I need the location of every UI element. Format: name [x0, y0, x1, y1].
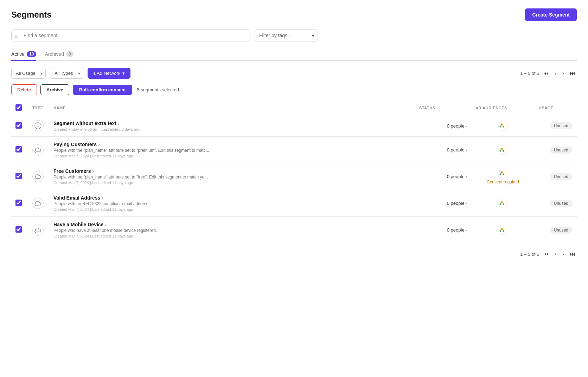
types-filter-select[interactable]: All Types User Event	[50, 68, 83, 79]
segment-name[interactable]: Segment without extra text ›	[53, 121, 411, 126]
row-checkbox-cell	[11, 137, 28, 163]
table-row: Paying Customers › People with the "plan…	[11, 137, 577, 163]
row-status[interactable]: 0 people ›	[415, 137, 471, 163]
row-name-cell: Free Customers › People with the "plan_n…	[49, 163, 415, 190]
segment-name[interactable]: Have a Mobile Device ›	[53, 222, 411, 227]
bottom-last-page-button[interactable]: ⏭	[568, 250, 577, 258]
first-page-button[interactable]: ⏮	[542, 70, 550, 77]
segment-name-arrow: ›	[102, 195, 103, 201]
archive-button[interactable]: Archive	[40, 84, 69, 95]
row-ad-audiences	[471, 190, 535, 217]
segment-desc: People who have at least one mobile devi…	[53, 228, 411, 233]
row-usage: Unused	[535, 115, 577, 137]
row-checkbox[interactable]	[15, 146, 22, 152]
pagination-top: 1 – 5 of 5 ⏮ ‹ › ⏭	[520, 70, 577, 77]
table-row: Valid Email Address › People with an RFC…	[11, 190, 577, 217]
svg-point-6	[503, 150, 505, 152]
row-name-cell: Have a Mobile Device › People who have a…	[49, 217, 415, 243]
row-ad-audiences	[471, 137, 535, 163]
segment-name-arrow: ›	[98, 142, 100, 147]
page-title: Segments	[11, 10, 52, 20]
tab-active[interactable]: Active 10	[11, 48, 36, 61]
bulk-confirm-button[interactable]: Bulk confirm consent	[73, 85, 132, 95]
active-tab-badge: 10	[27, 51, 36, 57]
bottom-first-page-button[interactable]: ⏮	[542, 250, 550, 258]
row-checkbox-cell	[11, 163, 28, 190]
segment-desc: People with an RFC 5322 compliant email …	[53, 201, 411, 206]
row-checkbox[interactable]	[15, 173, 22, 179]
prev-page-button[interactable]: ‹	[553, 70, 558, 77]
segment-name[interactable]: Paying Customers ›	[53, 142, 411, 147]
row-ad-audiences: Consent required	[471, 163, 535, 190]
segment-name[interactable]: Valid Email Address ›	[53, 195, 411, 201]
segment-meta: Created Mar 7, 2024 | Last edited 11 day…	[53, 234, 411, 238]
ad-audience-icon[interactable]	[475, 199, 530, 208]
archived-tab-badge: 0	[66, 51, 74, 57]
status-people[interactable]: 0 people ›	[419, 201, 467, 206]
tab-archived[interactable]: Archived 0	[45, 48, 73, 61]
create-segment-button[interactable]: Create Segment	[525, 8, 577, 21]
svg-point-3	[503, 126, 505, 128]
segment-meta: Created Mar 7, 2024 | Last edited 11 day…	[53, 154, 411, 158]
svg-point-2	[499, 126, 501, 128]
status-arrow: ›	[466, 174, 467, 179]
row-status[interactable]: 0 people ›	[415, 217, 471, 243]
row-checkbox-cell	[11, 217, 28, 243]
usage-filter-select[interactable]: All Usage Used Unused	[11, 68, 46, 79]
row-usage: Unused	[535, 190, 577, 217]
ad-network-filter-button[interactable]: 1 Ad Network ▾	[88, 68, 130, 79]
segment-meta: Created Friday at 9:56 am | Last edited …	[53, 127, 411, 131]
status-people[interactable]: 0 people ›	[419, 123, 467, 129]
row-status[interactable]: 0 people ›	[415, 163, 471, 190]
segment-meta: Created Mar 7, 2024 | Last edited 11 day…	[53, 207, 411, 212]
tabs-row: Active 10 Archived 0	[11, 48, 577, 61]
next-page-button[interactable]: ›	[561, 70, 565, 77]
row-name-cell: Segment without extra text › Created Fri…	[49, 115, 415, 137]
pagination-bottom: 1 – 5 of 5 ⏮ ‹ › ⏭	[11, 250, 577, 258]
col-ad-audiences: AD AUDIENCES	[471, 101, 535, 115]
segment-name[interactable]: Free Customers ›	[53, 168, 411, 174]
row-checkbox[interactable]	[15, 200, 22, 206]
row-status[interactable]: 0 people ›	[415, 190, 471, 217]
status-people[interactable]: 0 people ›	[419, 174, 467, 179]
table-row: Have a Mobile Device › People who have a…	[11, 217, 577, 243]
bottom-next-page-button[interactable]: ›	[561, 250, 565, 258]
row-name-cell: Paying Customers › People with the "plan…	[49, 137, 415, 163]
svg-point-11	[499, 203, 501, 205]
usage-badge: Unused	[550, 147, 573, 154]
row-ad-audiences	[471, 217, 535, 243]
status-arrow: ›	[466, 123, 467, 129]
row-type-icon	[28, 115, 49, 137]
row-type-icon	[28, 190, 49, 217]
svg-point-14	[499, 230, 501, 232]
ad-audience-icon[interactable]	[475, 169, 530, 178]
search-input[interactable]	[11, 30, 250, 41]
row-checkbox[interactable]	[15, 122, 22, 129]
row-status[interactable]: 0 people ›	[415, 115, 471, 137]
table-row: Free Customers › People with the "plan_n…	[11, 163, 577, 190]
ad-network-filter-label: 1 Ad Network	[93, 71, 120, 76]
select-all-checkbox[interactable]	[15, 104, 22, 111]
row-type-icon	[28, 137, 49, 163]
row-checkbox-cell	[11, 115, 28, 137]
col-status: STATUS	[415, 101, 471, 115]
segment-meta: Created Mar 7, 2024 | Last edited 11 day…	[53, 181, 411, 185]
row-usage: Unused	[535, 217, 577, 243]
last-page-button[interactable]: ⏭	[568, 70, 577, 77]
row-checkbox[interactable]	[15, 226, 22, 233]
delete-button[interactable]: Delete	[11, 84, 37, 95]
usage-badge: Unused	[550, 173, 573, 180]
ad-network-chevron-icon: ▾	[122, 71, 125, 76]
ad-audience-icon[interactable]	[475, 225, 530, 235]
row-type-icon	[28, 163, 49, 190]
segment-desc: People with the "plan_name" attribute se…	[53, 148, 411, 153]
bottom-prev-page-button[interactable]: ‹	[553, 250, 558, 258]
ad-audience-icon[interactable]	[475, 121, 530, 131]
ad-audience-icon[interactable]	[475, 145, 530, 155]
table-row: Segment without extra text › Created Fri…	[11, 115, 577, 137]
svg-point-9	[503, 174, 505, 175]
status-people[interactable]: 0 people ›	[419, 147, 467, 152]
svg-point-15	[503, 230, 505, 232]
status-people[interactable]: 0 people ›	[419, 227, 467, 233]
filter-tags-select[interactable]: Filter by tags...	[255, 30, 318, 41]
